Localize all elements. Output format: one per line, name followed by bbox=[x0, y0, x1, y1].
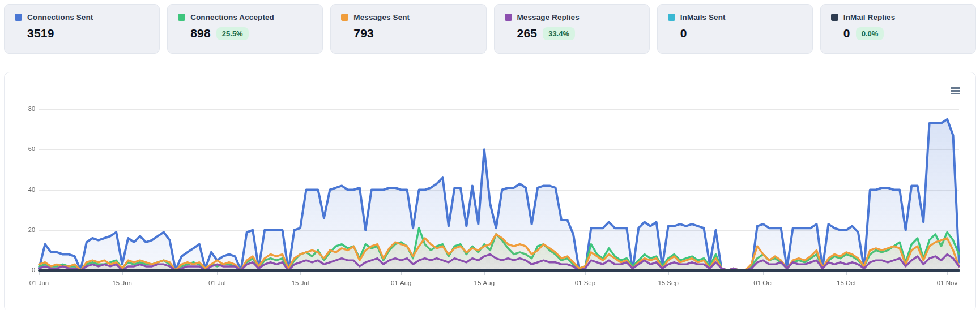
card-inmail-replies: InMail Replies 0 0.0% bbox=[820, 4, 976, 54]
series-color-swatch bbox=[341, 14, 348, 21]
rate-badge: 33.4% bbox=[543, 27, 575, 40]
card-value: 793 bbox=[353, 27, 374, 40]
card-value: 265 bbox=[517, 27, 538, 40]
series-color-swatch bbox=[831, 14, 838, 21]
card-label: Messages Sent bbox=[353, 13, 410, 21]
series-color-swatch bbox=[178, 14, 185, 21]
rate-badge: 0.0% bbox=[856, 27, 884, 40]
card-messages-sent: Messages Sent 793 bbox=[330, 4, 486, 54]
series-color-swatch bbox=[15, 14, 22, 21]
card-label: InMail Replies bbox=[843, 13, 895, 21]
series-color-swatch bbox=[668, 14, 675, 21]
card-label: Message Replies bbox=[517, 13, 580, 21]
card-connections-accepted: Connections Accepted 898 25.5% bbox=[167, 4, 323, 54]
card-value: 3519 bbox=[27, 27, 54, 40]
card-label: Connections Sent bbox=[27, 13, 93, 21]
card-label: InMails Sent bbox=[680, 13, 726, 21]
card-message-replies: Message Replies 265 33.4% bbox=[494, 4, 650, 54]
card-value: 0 bbox=[680, 27, 687, 40]
activity-area-chart[interactable] bbox=[5, 72, 975, 310]
series-color-swatch bbox=[505, 14, 512, 21]
card-inmails-sent: InMails Sent 0 bbox=[657, 4, 813, 54]
card-value: 898 bbox=[190, 27, 211, 40]
card-connections-sent: Connections Sent 3519 bbox=[4, 4, 160, 54]
card-value: 0 bbox=[843, 27, 850, 40]
rate-badge: 25.5% bbox=[216, 27, 249, 40]
hamburger-icon[interactable] bbox=[951, 87, 960, 94]
stats-row: Connections Sent 3519 Connections Accept… bbox=[4, 4, 976, 54]
activity-chart-card bbox=[4, 72, 976, 310]
card-label: Connections Accepted bbox=[190, 13, 274, 21]
